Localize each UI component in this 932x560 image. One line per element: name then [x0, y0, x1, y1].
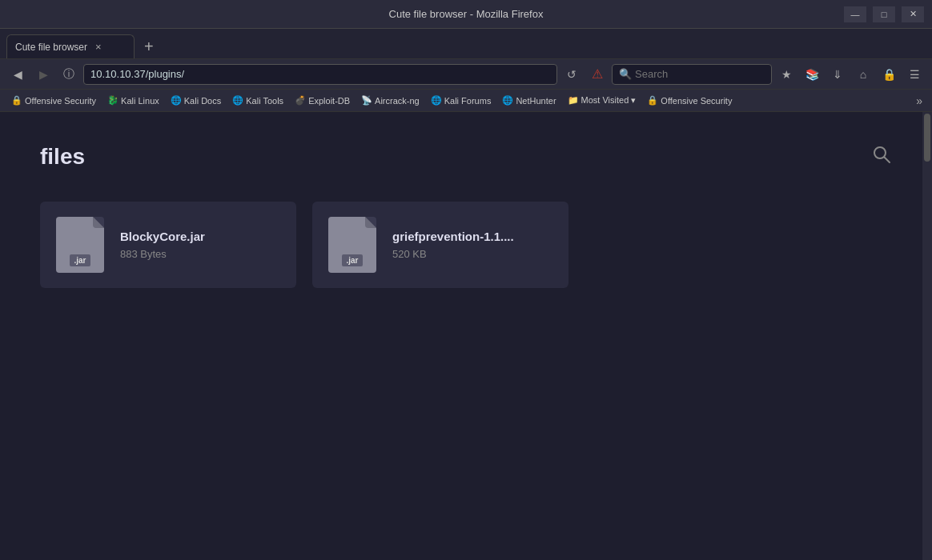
bookmark-label: Offensive Security	[25, 96, 96, 106]
bookmark-icon: 📁	[568, 95, 579, 106]
bookmark-label: Kali Tools	[246, 96, 283, 106]
bookmark-icon: 🌐	[502, 95, 513, 106]
minimize-button[interactable]: —	[844, 6, 866, 22]
bookmark-kali-tools[interactable]: 🌐 Kali Tools	[227, 94, 288, 107]
back-button[interactable]: ◀	[6, 63, 29, 86]
bookmark-label: Kali Forums	[444, 96, 492, 106]
bookmark-label: Exploit-DB	[308, 96, 350, 106]
home-button[interactable]: ⌂	[852, 63, 874, 86]
file-ext-badge: .jar	[342, 254, 362, 266]
bookmark-label: Most Visited ▾	[581, 95, 637, 106]
search-bar[interactable]: 🔍	[612, 64, 772, 85]
page-title: files	[40, 144, 85, 170]
maximize-button[interactable]: □	[873, 6, 895, 22]
search-input[interactable]	[635, 68, 747, 80]
file-name: BlockyCore.jar	[120, 230, 280, 243]
file-icon: .jar	[56, 217, 104, 273]
file-size: 520 KB	[392, 248, 552, 260]
file-card[interactable]: .jar BlockyCore.jar 883 Bytes	[40, 202, 296, 288]
blocked-icon-button[interactable]: ⚠	[586, 63, 609, 86]
bookmark-label: Kali Docs	[184, 96, 221, 106]
menu-button[interactable]: ☰	[903, 63, 926, 86]
nav-bar: ◀ ▶ ⓘ ↺ ⚠ 🔍 ★ 📚 ⇓ ⌂ 🔒 ☰	[0, 59, 932, 90]
window-titlebar: Cute file browser - Mozilla Firefox — □ …	[0, 0, 932, 29]
page-header: files	[40, 144, 892, 170]
bookmarks-more-button[interactable]: »	[913, 94, 926, 107]
bookmark-icon: 🐉	[107, 95, 119, 106]
bookmark-kali-forums[interactable]: 🌐 Kali Forums	[426, 94, 496, 107]
search-icon: 🔍	[619, 68, 632, 80]
bookmark-icon: 💣	[295, 95, 306, 106]
bookmark-offensive-security-2[interactable]: 🔒 Offensive Security	[642, 94, 737, 107]
tab-bar: Cute file browser × +	[0, 29, 932, 59]
bookmark-icon: 🔒	[11, 95, 22, 106]
window-title: Cute file browser - Mozilla Firefox	[389, 8, 544, 20]
scrollbar-track[interactable]	[922, 112, 932, 560]
bookmark-icon: 🌐	[431, 95, 442, 106]
bookmark-icon: 📡	[361, 95, 372, 106]
bookmarks-bar: 🔒 Offensive Security 🐉 Kali Linux 🌐 Kali…	[0, 90, 932, 112]
bookmark-exploit-db[interactable]: 💣 Exploit-DB	[290, 94, 355, 107]
svg-line-1	[885, 158, 890, 163]
page-content: files .jar BlockyCore.jar 883 Bytes .jar	[0, 112, 932, 560]
file-info: BlockyCore.jar 883 Bytes	[120, 230, 280, 260]
file-info: griefprevention-1.1.... 520 KB	[392, 230, 552, 260]
page-search-icon[interactable]	[871, 144, 892, 170]
file-size: 883 Bytes	[120, 248, 280, 260]
scrollbar-thumb[interactable]	[924, 114, 930, 162]
address-bar[interactable]	[83, 64, 557, 85]
tab-label: Cute file browser	[15, 42, 87, 53]
bookmark-aircrack-ng[interactable]: 📡 Aircrack-ng	[356, 94, 424, 107]
file-icon: .jar	[328, 217, 376, 273]
bookmark-icon: 🌐	[232, 95, 243, 106]
file-ext-badge: .jar	[70, 254, 90, 266]
new-tab-button[interactable]: +	[139, 34, 159, 58]
bookmark-star-button[interactable]: ★	[775, 63, 797, 86]
bookmark-nethunter[interactable]: 🌐 NetHunter	[497, 94, 560, 107]
download-button[interactable]: ⇓	[826, 63, 849, 86]
bookmark-label: Aircrack-ng	[375, 96, 420, 106]
window-controls: — □ ✕	[844, 6, 924, 22]
bookmarks-button[interactable]: 📚	[801, 63, 823, 86]
bookmark-offensive-security[interactable]: 🔒 Offensive Security	[6, 94, 101, 107]
forward-button[interactable]: ▶	[32, 63, 54, 86]
bookmark-kali-linux[interactable]: 🐉 Kali Linux	[102, 94, 164, 107]
bookmark-icon: 🌐	[171, 95, 182, 106]
reload-button[interactable]: ↺	[560, 63, 583, 86]
file-grid: .jar BlockyCore.jar 883 Bytes .jar grief…	[40, 202, 892, 288]
pocket-button[interactable]: 🔒	[878, 63, 900, 86]
bookmark-label: NetHunter	[516, 96, 556, 106]
bookmark-kali-docs[interactable]: 🌐 Kali Docs	[166, 94, 226, 107]
address-input[interactable]	[90, 68, 550, 80]
file-card[interactable]: .jar griefprevention-1.1.... 520 KB	[312, 202, 568, 288]
bookmark-label: Kali Linux	[121, 96, 159, 106]
file-name: griefprevention-1.1....	[392, 230, 552, 243]
bookmark-icon: 🔒	[647, 95, 658, 106]
bookmark-label: Offensive Security	[661, 96, 732, 106]
info-button[interactable]: ⓘ	[58, 63, 80, 86]
bookmark-most-visited[interactable]: 📁 Most Visited ▾	[563, 94, 641, 107]
tab-close-button[interactable]: ×	[94, 42, 103, 52]
close-button[interactable]: ✕	[902, 6, 924, 22]
active-tab[interactable]: Cute file browser ×	[6, 34, 135, 58]
